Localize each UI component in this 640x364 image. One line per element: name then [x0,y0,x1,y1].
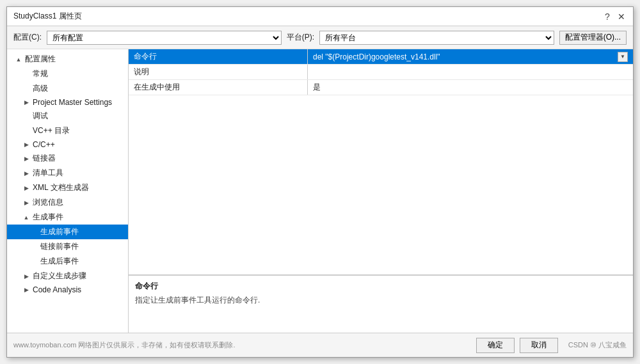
tree-label-pre-build: 生成前事件 [40,226,79,237]
tree-label-general: 常规 [33,68,48,79]
tree-item-pre-build[interactable]: 生成前事件 [7,225,128,239]
tree-label-manifest: 清单工具 [33,168,63,178]
tree-label-custom-build: 自定义生成步骤 [33,271,86,281]
tree-toggle-browse: ▶ [22,199,30,207]
tree-item-linker[interactable]: ▶链接器 [7,151,128,166]
prop-name-use-in-build: 在生成中使用 [129,80,308,95]
prop-row-command[interactable]: 命令行del "$(ProjectDir)googletest_v141.dll… [129,49,633,65]
tree-label-link-event: 链接前事件 [40,241,79,252]
config-label: 配置(C): [13,32,42,43]
prop-name-description: 说明 [129,65,308,79]
tree-spacer-general [22,70,30,78]
tree-item-build-events[interactable]: ▲生成事件 [7,210,128,225]
tree-label-browse: 浏览信息 [33,197,63,208]
tree-toggle-root: ▲ [15,56,22,63]
prop-row-description[interactable]: 说明 [129,65,633,80]
tree-item-code-analysis[interactable]: ▶Code Analysis [7,283,128,296]
content-panel: 命令行del "$(ProjectDir)googletest_v141.dll… [129,49,633,333]
prop-value-command: del "$(ProjectDir)googletest_v141.dll"▼ [308,49,633,64]
property-grid: 命令行del "$(ProjectDir)googletest_v141.dll… [129,49,633,275]
tree-spacer-vcpp-dirs [22,127,30,135]
bottom-right-label: CSDN ⑩ 八宝咸鱼 [568,340,627,350]
tree-toggle-cpp: ▶ [22,141,30,148]
prop-dropdown-command[interactable]: ▼ [618,52,628,62]
prop-value-text-command: del "$(ProjectDir)googletest_v141.dll" [313,52,440,61]
bottom-buttons: 确定 取消 CSDN ⑩ 八宝咸鱼 [476,338,627,353]
tree-label-xml-gen: XML 文档生成器 [33,182,89,193]
tree-item-general[interactable]: 常规 [7,67,128,81]
tree-label-post-build: 生成后事件 [40,256,79,267]
tree-spacer-pre-build [30,228,38,236]
tree-item-project-master[interactable]: ▶Project Master Settings [7,96,128,109]
tree-label-code-analysis: Code Analysis [33,285,81,294]
tree-spacer-link-event [30,243,38,251]
dialog-title: StudyClass1 属性页 [13,11,82,22]
tree-item-vcpp-dirs[interactable]: VC++ 目录 [7,123,128,138]
platform-select[interactable]: 所有平台 [319,31,554,45]
tree-toggle-xml-gen: ▶ [22,184,30,192]
tree-label-cpp: C/C++ [33,140,55,149]
tree-toggle-build-events: ▲ [22,214,30,221]
prop-value-description [308,65,633,79]
tree-label-root: 配置属性 [25,54,56,65]
tree-spacer-debug [22,113,30,120]
config-select[interactable]: 所有配置 [47,31,282,45]
tree-item-custom-build[interactable]: ▶自定义生成步骤 [7,269,128,283]
tree-toggle-project-master: ▶ [22,99,30,106]
title-buttons: ? ✕ [602,12,627,22]
description-title: 命令行 [135,281,627,292]
platform-label: 平台(P): [287,32,314,43]
watermark: www.toymoban.com 网络图片仅供展示，非存储，如有侵权请联系删除. [13,340,236,350]
tree-item-browse[interactable]: ▶浏览信息 [7,195,128,210]
ok-button[interactable]: 确定 [476,338,515,353]
title-bar: StudyClass1 属性页 ? ✕ [7,7,633,26]
cancel-button[interactable]: 取消 [520,338,558,353]
tree-label-linker: 链接器 [33,153,56,164]
tree-toggle-custom-build: ▶ [22,273,30,280]
prop-value-use-in-build: 是 [308,80,633,95]
tree-item-root[interactable]: ▲配置属性 [7,52,128,67]
toolbar: 配置(C): 所有配置 平台(P): 所有平台 配置管理器(O)... [7,26,633,49]
tree-item-post-build[interactable]: 生成后事件 [7,254,128,269]
tree-item-link-event[interactable]: 链接前事件 [7,239,128,254]
bottom-bar: www.toymoban.com 网络图片仅供展示，非存储，如有侵权请联系删除.… [7,333,633,357]
tree-label-advanced: 高级 [33,83,48,94]
description-area: 命令行 指定让生成前事件工具运行的命令行. [129,275,633,333]
description-text: 指定让生成前事件工具运行的命令行. [135,294,627,306]
tree-label-project-master: Project Master Settings [33,98,112,107]
tree-spacer-post-build [30,258,38,265]
prop-row-use-in-build[interactable]: 在生成中使用是 [129,80,633,95]
help-button[interactable]: ? [602,12,612,22]
tree-label-build-events: 生成事件 [33,212,63,223]
tree-label-debug: 调试 [33,111,48,122]
main-area: ▲配置属性常规高级▶Project Master Settings调试VC++ … [7,49,633,333]
tree-toggle-manifest: ▶ [22,170,30,177]
tree-item-cpp[interactable]: ▶C/C++ [7,138,128,151]
dialog: StudyClass1 属性页 ? ✕ 配置(C): 所有配置 平台(P): 所… [6,6,634,358]
config-manager-button[interactable]: 配置管理器(O)... [559,31,627,45]
tree-toggle-code-analysis: ▶ [22,286,30,294]
tree-item-xml-gen[interactable]: ▶XML 文档生成器 [7,180,128,195]
tree-item-manifest[interactable]: ▶清单工具 [7,166,128,180]
close-button[interactable]: ✕ [616,12,627,22]
prop-value-text-use-in-build: 是 [313,82,321,93]
tree-toggle-linker: ▶ [22,155,30,162]
tree-item-advanced[interactable]: 高级 [7,81,128,96]
tree-spacer-advanced [22,85,30,93]
prop-name-command: 命令行 [129,49,308,64]
tree-item-debug[interactable]: 调试 [7,109,128,123]
tree-label-vcpp-dirs: VC++ 目录 [33,125,70,136]
tree-panel: ▲配置属性常规高级▶Project Master Settings调试VC++ … [7,49,129,333]
